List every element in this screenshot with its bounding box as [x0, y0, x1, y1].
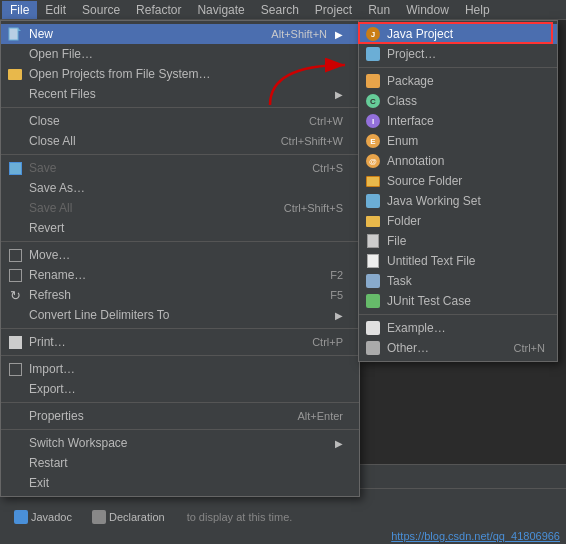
submenu-item-java-working-set[interactable]: Java Working Set [359, 191, 557, 211]
source-folder-icon [366, 176, 380, 187]
menu-item-save-all: Save All Ctrl+Shift+S [1, 198, 359, 218]
menu-item-recent-files[interactable]: Recent Files ▶ [1, 84, 359, 104]
menu-bar: File Edit Source Refactor Navigate Searc… [0, 0, 566, 20]
declaration-label: Declaration [109, 511, 165, 523]
menu-run[interactable]: Run [360, 1, 398, 19]
java-working-set-icon [366, 194, 380, 208]
menu-item-restart[interactable]: Restart [1, 453, 359, 473]
move-icon-area [5, 249, 25, 262]
new-shortcut: Alt+Shift+N [271, 28, 327, 40]
menu-item-exit[interactable]: Exit [1, 473, 359, 493]
submenu-item-interface[interactable]: I Interface [359, 111, 557, 131]
class-label: Class [387, 94, 417, 108]
refresh-icon-area: ↻ [5, 288, 25, 303]
rename-shortcut: F2 [330, 269, 343, 281]
save-shortcut: Ctrl+S [312, 162, 343, 174]
enum-label: Enum [387, 134, 418, 148]
submenu-item-source-folder[interactable]: Source Folder [359, 171, 557, 191]
file-icon-area [363, 234, 383, 248]
declaration-tab[interactable]: Declaration [86, 508, 171, 526]
submenu-item-untitled-text-file[interactable]: Untitled Text File [359, 251, 557, 271]
junit-icon [366, 294, 380, 308]
recent-files-arrow: ▶ [335, 89, 343, 100]
menu-item-refresh[interactable]: ↻ Refresh F5 [1, 285, 359, 305]
new-label: New [29, 27, 53, 41]
menu-item-save: Save Ctrl+S [1, 158, 359, 178]
menu-item-save-as[interactable]: Save As… [1, 178, 359, 198]
file-label: File [387, 234, 406, 248]
source-folder-label: Source Folder [387, 174, 462, 188]
save-all-shortcut: Ctrl+Shift+S [284, 202, 343, 214]
menu-refactor[interactable]: Refactor [128, 1, 189, 19]
close-all-label: Close All [29, 134, 76, 148]
declaration-icon [92, 510, 106, 524]
submenu-item-class[interactable]: C Class [359, 91, 557, 111]
package-label: Package [387, 74, 434, 88]
enum-icon-area: E [363, 134, 383, 148]
close-all-shortcut: Ctrl+Shift+W [281, 135, 343, 147]
other-icon-area [363, 341, 383, 355]
recent-files-label: Recent Files [29, 87, 96, 101]
menu-item-new[interactable]: New Alt+Shift+N ▶ [1, 24, 359, 44]
menu-item-switch-workspace[interactable]: Switch Workspace ▶ [1, 433, 359, 453]
menu-item-close-all[interactable]: Close All Ctrl+Shift+W [1, 131, 359, 151]
project-label: Project… [387, 47, 436, 61]
menu-item-open-file[interactable]: Open File… [1, 44, 359, 64]
menu-help[interactable]: Help [457, 1, 498, 19]
submenu-item-task[interactable]: Task [359, 271, 557, 291]
menu-item-export[interactable]: Export… [1, 379, 359, 399]
submenu-item-junit-test-case[interactable]: JUnit Test Case [359, 291, 557, 311]
submenu-separator-1 [359, 67, 557, 68]
rename-icon [9, 269, 22, 282]
other-label: Other… [387, 341, 429, 355]
java-project-icon: J [366, 27, 380, 41]
new-icon [8, 27, 22, 41]
enum-icon: E [366, 134, 380, 148]
menu-item-print[interactable]: Print… Ctrl+P [1, 332, 359, 352]
submenu-item-example[interactable]: Example… [359, 318, 557, 338]
menu-item-properties[interactable]: Properties Alt+Enter [1, 406, 359, 426]
save-icon [9, 162, 22, 175]
submenu-item-package[interactable]: Package [359, 71, 557, 91]
print-icon-area [5, 336, 25, 349]
menu-navigate[interactable]: Navigate [189, 1, 252, 19]
menu-window[interactable]: Window [398, 1, 457, 19]
project-icon-area [363, 47, 383, 61]
menu-search[interactable]: Search [253, 1, 307, 19]
menu-item-rename[interactable]: Rename… F2 [1, 265, 359, 285]
task-icon-area [363, 274, 383, 288]
submenu-item-other[interactable]: Other… Ctrl+N [359, 338, 557, 358]
rename-icon-area [5, 269, 25, 282]
menu-item-convert-line[interactable]: Convert Line Delimiters To ▶ [1, 305, 359, 325]
menu-file[interactable]: File [2, 1, 37, 19]
menu-item-close[interactable]: Close Ctrl+W [1, 111, 359, 131]
submenu-item-java-project[interactable]: J Java Project [359, 24, 557, 44]
submenu-item-file[interactable]: File [359, 231, 557, 251]
menu-item-revert[interactable]: Revert [1, 218, 359, 238]
submenu-item-enum[interactable]: E Enum [359, 131, 557, 151]
submenu-item-annotation[interactable]: @ Annotation [359, 151, 557, 171]
menu-item-open-projects[interactable]: Open Projects from File System… [1, 64, 359, 84]
menu-project[interactable]: Project [307, 1, 360, 19]
annotation-label: Annotation [387, 154, 444, 168]
interface-label: Interface [387, 114, 434, 128]
print-label: Print… [29, 335, 66, 349]
untitled-text-file-label: Untitled Text File [387, 254, 475, 268]
menu-item-move[interactable]: Move… [1, 245, 359, 265]
menu-item-import[interactable]: Import… [1, 359, 359, 379]
menu-edit[interactable]: Edit [37, 1, 74, 19]
export-label: Export… [29, 382, 76, 396]
new-submenu: J Java Project Project… Package C Class … [358, 20, 558, 362]
separator-1 [1, 107, 359, 108]
annotation-icon-area: @ [363, 154, 383, 168]
open-projects-label: Open Projects from File System… [29, 67, 210, 81]
submenu-item-project[interactable]: Project… [359, 44, 557, 64]
open-file-label: Open File… [29, 47, 93, 61]
folder-icon [366, 216, 380, 227]
switch-workspace-arrow: ▶ [335, 438, 343, 449]
menu-source[interactable]: Source [74, 1, 128, 19]
submenu-item-folder[interactable]: Folder [359, 211, 557, 231]
url-bar[interactable]: https://blog.csdn.net/qq_41806966 [385, 528, 566, 544]
switch-workspace-label: Switch Workspace [29, 436, 127, 450]
javadoc-tab[interactable]: Javadoc [8, 508, 78, 526]
